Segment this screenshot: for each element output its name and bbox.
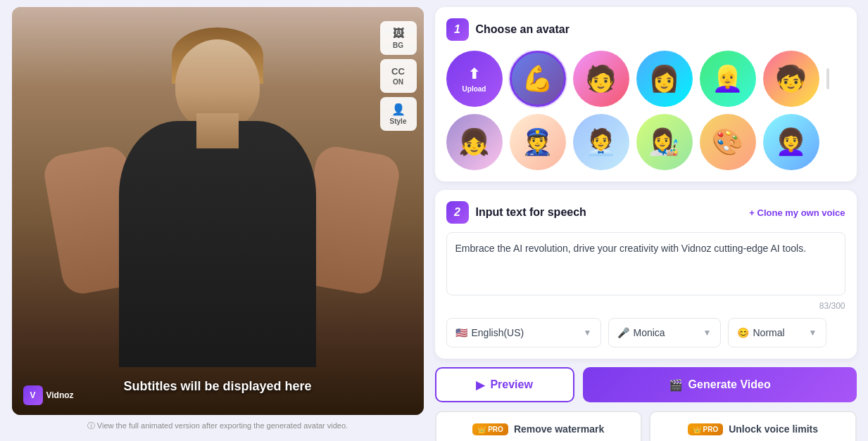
vidnoz-logo-icon: V — [23, 385, 43, 405]
avatar-upload-button[interactable]: ⬆ Upload — [446, 51, 503, 107]
step1-title: Choose an avatar — [476, 23, 570, 36]
cc-button[interactable]: CC ON — [380, 59, 417, 93]
preview-button[interactable]: ▶ Preview — [435, 367, 574, 402]
avatar-item-7[interactable]: 👮 — [510, 114, 566, 170]
pro-badge-2: 👑 PRO — [688, 423, 724, 435]
generate-label: Generate Video — [688, 378, 771, 391]
step2-badge: 2 — [446, 201, 469, 224]
step2-header: 2 Input text for speech + Clone my own v… — [446, 201, 845, 224]
generate-icon: 🎬 — [669, 378, 683, 392]
clone-voice-button[interactable]: + Clone my own voice — [749, 207, 845, 218]
char-count: 83/300 — [446, 301, 845, 311]
voice-controls: 🇺🇸 English(US) ▼ 🎤 Monica ▼ � — [446, 318, 845, 347]
speed-select[interactable]: 😊 Normal ▼ — [728, 318, 826, 347]
voice-icon: 🎤 — [617, 327, 629, 338]
textarea-container: Embrace the AI revolution, drive your cr… — [446, 232, 845, 311]
avatar-item-6[interactable]: 👧 — [446, 114, 503, 170]
crown-icon-2: 👑 — [693, 426, 701, 433]
step2-title: Input text for speech — [476, 206, 586, 219]
avatar-row-2: 👧 👮 🧑‍💼 👩‍🎨 🎨 — [446, 114, 845, 170]
avatar-item-8[interactable]: 🧑‍💼 — [573, 114, 629, 170]
style-button[interactable]: 👤 Style — [380, 97, 417, 131]
remove-watermark-text: Remove watermark — [514, 423, 604, 435]
avatar-item-1[interactable]: 💪 — [510, 51, 566, 107]
avatar-item-2[interactable]: 🧑 — [573, 51, 629, 107]
avatar-face-10: 🎨 — [700, 114, 756, 170]
language-dropdown-arrow: ▼ — [584, 328, 592, 338]
language-select[interactable]: 🇺🇸 English(US) ▼ — [446, 318, 601, 347]
voice-select[interactable]: 🎤 Monica ▼ — [608, 318, 721, 347]
clone-voice-label: + Clone my own voice — [749, 207, 845, 218]
pro-banner: 👑 PRO Remove watermark 👑 PRO Unlock voic… — [435, 411, 857, 441]
unlock-voice-item[interactable]: 👑 PRO Unlock voice limits — [649, 411, 857, 441]
bg-icon: 🖼 — [393, 27, 404, 40]
pro-label-2: PRO — [703, 426, 719, 433]
pro-badge-1: 👑 PRO — [472, 423, 508, 435]
preview-play-icon: ▶ — [476, 378, 484, 392]
text-input-section: 2 Input text for speech + Clone my own v… — [435, 190, 857, 359]
speed-dropdown-arrow: ▼ — [809, 328, 817, 338]
avatar-item-9[interactable]: 👩‍🎨 — [636, 114, 693, 170]
speech-textarea[interactable]: Embrace the AI revolution, drive your cr… — [446, 232, 845, 295]
video-preview: 🖼 BG CC ON 👤 Style Subtitles will be dis… — [12, 7, 424, 415]
avatar-item-11[interactable]: 👩‍🦱 — [763, 114, 819, 170]
avatar-face-3: 👩 — [636, 51, 693, 107]
crown-icon-1: 👑 — [477, 426, 486, 433]
preview-label: Preview — [490, 378, 532, 391]
step2-title-group: 2 Input text for speech — [446, 201, 586, 224]
avatar-face-6: 👧 — [446, 114, 503, 170]
voice-dropdown-arrow: ▼ — [703, 328, 712, 338]
info-bar: ⓘ View the full animated version after e… — [12, 421, 424, 431]
main-container: 🖼 BG CC ON 👤 Style Subtitles will be dis… — [12, 7, 857, 441]
language-label: English(US) — [472, 327, 524, 338]
unlock-voice-text: Unlock voice limits — [729, 423, 818, 435]
remove-watermark-item[interactable]: 👑 PRO Remove watermark — [435, 411, 643, 441]
scroll-hint — [826, 68, 832, 89]
avatar-face-1: 💪 — [512, 53, 564, 105]
left-panel: 🖼 BG CC ON 👤 Style Subtitles will be dis… — [12, 7, 424, 441]
step1-header: 1 Choose an avatar — [446, 18, 845, 41]
avatar-face-7: 👮 — [510, 114, 566, 170]
upload-label: Upload — [463, 85, 486, 93]
step1-badge: 1 — [446, 18, 469, 41]
action-buttons: ▶ Preview 🎬 Generate Video — [435, 367, 857, 402]
avatar-item-4[interactable]: 👱‍♀️ — [700, 51, 756, 107]
avatar-row-1: ⬆ Upload 💪 🧑 👩 — [446, 51, 845, 107]
pro-label-1: PRO — [488, 426, 503, 433]
right-panel: 1 Choose an avatar ⬆ Upload 💪 — [435, 7, 857, 441]
avatar-item-3[interactable]: 👩 — [636, 51, 693, 107]
avatar-face-4: 👱‍♀️ — [700, 51, 756, 107]
choose-avatar-section: 1 Choose an avatar ⬆ Upload 💪 — [435, 7, 857, 181]
avatar-face-11: 👩‍🦱 — [763, 114, 819, 170]
vidnoz-logo: V Vidnoz — [23, 385, 74, 405]
avatar-item-5[interactable]: 🧒 — [763, 51, 819, 107]
avatar-face-8: 🧑‍💼 — [573, 114, 629, 170]
style-icon: 👤 — [391, 103, 405, 116]
flag-icon: 🇺🇸 — [455, 327, 467, 338]
bg-button[interactable]: 🖼 BG — [380, 21, 417, 55]
avatar-item-10[interactable]: 🎨 — [700, 114, 756, 170]
avatar-face-9: 👩‍🎨 — [636, 114, 693, 170]
upload-icon: ⬆ — [468, 65, 480, 82]
speed-label: Normal — [753, 327, 785, 338]
voice-name-label: Monica — [634, 327, 665, 338]
speed-icon: 😊 — [737, 327, 749, 338]
avatar-rows: ⬆ Upload 💪 🧑 👩 — [446, 51, 845, 170]
avatar-face-2: 🧑 — [573, 51, 629, 107]
avatar-face-5: 🧒 — [763, 51, 819, 107]
cc-icon: CC — [391, 66, 405, 77]
controls-sidebar: 🖼 BG CC ON 👤 Style — [380, 21, 417, 131]
avatar-scroll-wrapper: ⬆ Upload 💪 🧑 👩 — [446, 51, 845, 170]
generate-button[interactable]: 🎬 Generate Video — [583, 367, 857, 402]
vidnoz-logo-text: Vidnoz — [46, 390, 74, 400]
subtitle-text: Subtitles will be displayed here — [123, 379, 311, 394]
